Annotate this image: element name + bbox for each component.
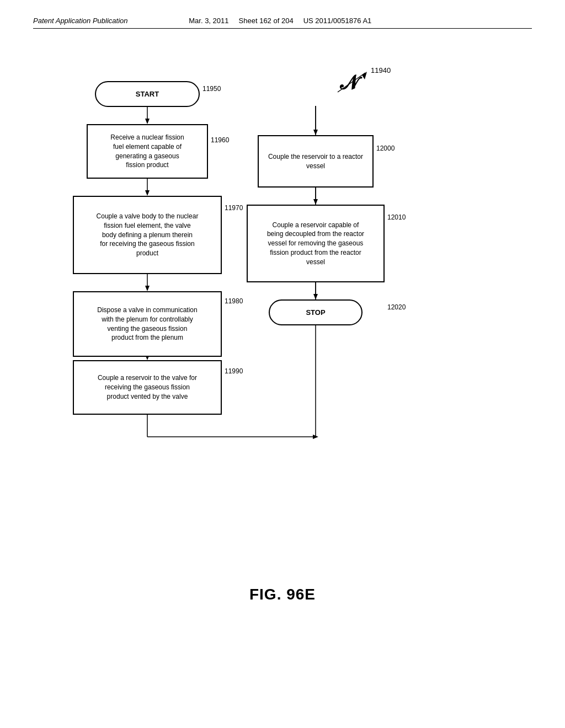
ref-12020: 12020 — [387, 303, 406, 311]
stop-node: STOP — [269, 299, 363, 325]
box-12000: Couple the reservoir to a reactor vessel — [258, 135, 374, 188]
page: Patent Application Publication Mar. 3, 2… — [0, 0, 565, 728]
ref-11960: 11960 — [211, 136, 229, 144]
header-publication-label: Patent Application Publication — [33, 17, 128, 25]
svg-marker-1 — [145, 119, 150, 124]
svg-marker-18 — [313, 294, 318, 299]
figure-caption: FIG. 96E — [33, 586, 532, 603]
box-11990: Couple a reservoir to the valve for rece… — [73, 360, 222, 415]
page-header: Patent Application Publication Mar. 3, 2… — [33, 17, 532, 29]
box-12010: Couple a reservoir capable of being deco… — [247, 205, 385, 282]
box-11960: Receive a nuclear fission fuel element c… — [87, 124, 208, 179]
header-patent: US 2011/0051876 A1 — [303, 17, 372, 25]
11940-arrow-symbol: 𝒩 — [338, 65, 382, 98]
header-date-sheet: Mar. 3, 2011 Sheet 162 of 204 US 2011/00… — [189, 17, 371, 25]
box-11980: Dispose a valve in communication with th… — [73, 291, 222, 357]
diagram-area: START 11950 Receive a nuclear fission fu… — [45, 51, 520, 575]
ref-12000: 12000 — [376, 144, 395, 152]
ref-11990: 11990 — [225, 367, 243, 375]
box-11970: Couple a valve body to the nuclear fissi… — [73, 196, 222, 274]
header-sheet: Sheet 162 of 204 — [239, 17, 294, 25]
svg-marker-16 — [313, 199, 318, 205]
svg-marker-12 — [313, 130, 318, 135]
ref-11980: 11980 — [225, 297, 243, 305]
svg-marker-10 — [313, 435, 318, 439]
ref-11970: 11970 — [225, 204, 243, 212]
start-node: START — [95, 81, 200, 107]
svg-marker-3 — [145, 190, 150, 196]
svg-text:𝒩: 𝒩 — [339, 71, 363, 94]
ref-11950: 11950 — [202, 85, 221, 93]
ref-12010: 12010 — [387, 213, 406, 221]
svg-marker-5 — [145, 286, 150, 291]
header-date: Mar. 3, 2011 — [189, 17, 228, 25]
